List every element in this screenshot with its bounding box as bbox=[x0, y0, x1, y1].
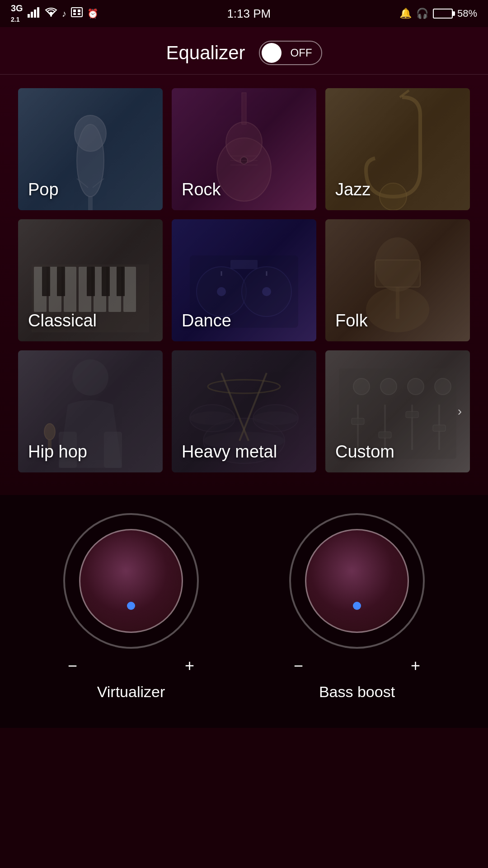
svg-rect-0 bbox=[28, 14, 30, 18]
svg-rect-8 bbox=[73, 13, 76, 15]
genre-tile-jazz[interactable]: Jazz bbox=[325, 88, 470, 210]
virtualizer-knob[interactable] bbox=[79, 529, 183, 633]
genre-tile-pop[interactable]: Pop bbox=[18, 88, 163, 210]
page-title: Equalizer bbox=[166, 42, 245, 64]
dance-label: Dance bbox=[182, 311, 231, 331]
genre-tile-dance[interactable]: Dance bbox=[172, 219, 316, 341]
heavymetal-label: Heavy metal bbox=[182, 442, 277, 462]
battery-percent: 58% bbox=[457, 8, 477, 19]
virtualizer-dot bbox=[127, 602, 135, 610]
genre-tile-classical[interactable]: Classical bbox=[18, 219, 163, 341]
battery-indicator bbox=[433, 9, 453, 19]
toggle-knob bbox=[262, 43, 282, 63]
genre-tile-hiphop[interactable]: Hip hop bbox=[18, 350, 163, 472]
screen-record-icon bbox=[71, 7, 83, 20]
signal-bars bbox=[28, 7, 40, 20]
virtualizer-plus-button[interactable]: + bbox=[185, 658, 194, 674]
genre-row-3: Hip hop Heav bbox=[18, 350, 470, 472]
svg-rect-2 bbox=[34, 9, 36, 18]
bassboost-control: − + Bass boost bbox=[289, 513, 425, 701]
hiphop-label: Hip hop bbox=[28, 442, 87, 462]
custom-label: Custom bbox=[335, 442, 394, 462]
genre-tile-heavymetal[interactable]: Heavy metal bbox=[172, 350, 316, 472]
svg-rect-6 bbox=[73, 9, 76, 12]
bassboost-knob-controls: − + bbox=[289, 658, 425, 674]
wifi-icon bbox=[45, 7, 57, 20]
genre-row-2: Classical Dance bbox=[18, 219, 470, 341]
svg-rect-5 bbox=[71, 8, 82, 17]
svg-rect-3 bbox=[37, 7, 39, 18]
genre-tile-folk[interactable]: Folk bbox=[325, 219, 470, 341]
bassboost-dot bbox=[353, 602, 361, 610]
network-indicator: 3G2.1 bbox=[11, 3, 23, 24]
virtualizer-control: − + Virtualizer bbox=[63, 513, 199, 701]
virtualizer-minus-button[interactable]: − bbox=[68, 658, 77, 674]
pop-label: Pop bbox=[28, 179, 59, 200]
controls-section: − + Virtualizer − + Bass boost bbox=[0, 495, 488, 728]
genre-tile-custom[interactable]: Custom › bbox=[325, 350, 470, 472]
jazz-label: Jazz bbox=[335, 179, 371, 200]
classical-label: Classical bbox=[28, 311, 97, 331]
bassboost-minus-button[interactable]: − bbox=[294, 658, 303, 674]
virtualizer-knob-wrapper bbox=[63, 513, 199, 649]
alarm-bell-icon: 🔔 bbox=[399, 8, 412, 19]
equalizer-toggle[interactable]: OFF bbox=[259, 41, 322, 65]
headphone-icon: 🎧 bbox=[416, 8, 428, 19]
equalizer-header: Equalizer OFF bbox=[0, 27, 488, 75]
bassboost-knob[interactable] bbox=[305, 529, 409, 633]
virtualizer-knob-controls: − + bbox=[63, 658, 199, 674]
genre-tile-rock[interactable]: Rock bbox=[172, 88, 316, 210]
virtualizer-label: Virtualizer bbox=[97, 683, 165, 701]
custom-arrow: › bbox=[458, 404, 462, 419]
svg-rect-1 bbox=[31, 12, 33, 18]
genre-grid: Pop Rock bbox=[0, 75, 488, 495]
genre-row-1: Pop Rock bbox=[18, 88, 470, 210]
bassboost-knob-wrapper bbox=[289, 513, 425, 649]
toggle-label: OFF bbox=[291, 47, 312, 59]
status-left: 3G2.1 ♪ bbox=[11, 3, 99, 24]
status-right: 🔔 🎧 58% bbox=[399, 8, 477, 19]
svg-rect-9 bbox=[78, 13, 80, 15]
svg-rect-7 bbox=[78, 9, 80, 12]
bassboost-plus-button[interactable]: + bbox=[411, 658, 420, 674]
svg-point-4 bbox=[50, 15, 52, 17]
status-bar: 3G2.1 ♪ bbox=[0, 0, 488, 27]
bassboost-label: Bass boost bbox=[319, 683, 395, 701]
alarm-icon: ⏰ bbox=[87, 8, 99, 19]
music-icon: ♪ bbox=[62, 9, 66, 19]
folk-label: Folk bbox=[335, 311, 368, 331]
rock-label: Rock bbox=[182, 179, 221, 200]
status-time: 1:13 PM bbox=[227, 7, 271, 21]
